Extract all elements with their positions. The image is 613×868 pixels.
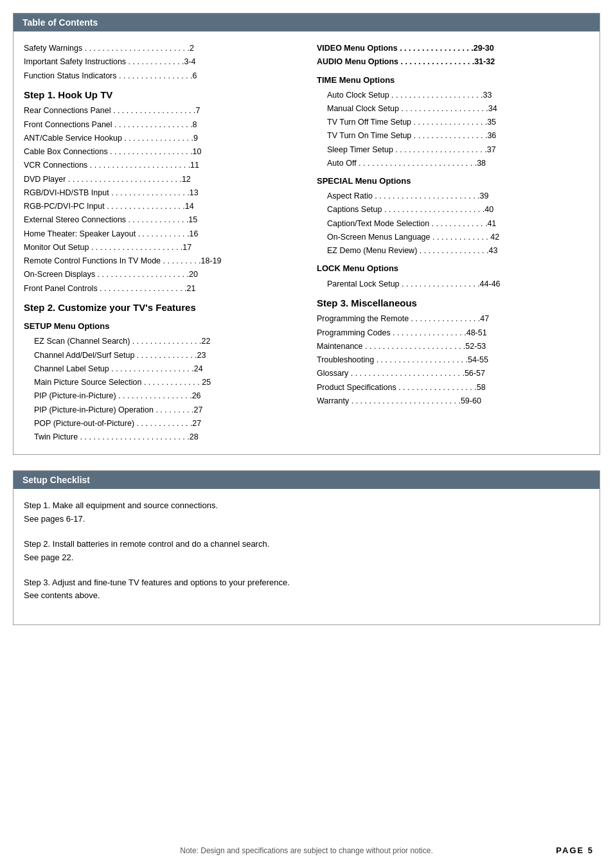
setup-checklist-container: Setup Checklist Step 1. Make all equipme…: [13, 470, 600, 625]
toc-entry: RGB-PC/DVI-PC Input . . . . . . . . . . …: [24, 200, 296, 213]
toc-entry: SPECIAL Menu Options: [317, 174, 589, 188]
toc-entry: Step 3. Miscellaneous: [317, 295, 589, 312]
toc-entry: Step 1. Hook Up TV: [24, 87, 296, 103]
toc-entry: Auto Clock Setup . . . . . . . . . . . .…: [317, 89, 589, 102]
toc-entry: Programming Codes . . . . . . . . . . . …: [317, 326, 589, 340]
toc-entry: Aspect Ratio . . . . . . . . . . . . . .…: [317, 190, 589, 203]
checklist-steps: Step 1. Make all equipment and source co…: [24, 499, 589, 603]
toc-entry: Troubleshooting . . . . . . . . . . . . …: [317, 353, 589, 367]
toc-entry: Channel Label Setup . . . . . . . . . . …: [24, 362, 296, 376]
toc-entry: Twin Picture . . . . . . . . . . . . . .…: [24, 430, 296, 444]
toc-entry: Function Status Indicators . . . . . . .…: [24, 69, 296, 83]
setup-checklist-header: Setup Checklist: [13, 471, 600, 489]
toc-entry: On-Screen Menus Language . . . . . . . .…: [317, 231, 589, 244]
toc-entry: Product Specifications . . . . . . . . .…: [317, 381, 589, 394]
toc-entry: Rear Connections Panel . . . . . . . . .…: [24, 104, 296, 118]
toc-entry: ANT/Cable Service Hookup . . . . . . . .…: [24, 132, 296, 145]
page-footer: Note: Design and specifications are subj…: [0, 846, 613, 855]
toc-entry: Safety Warnings . . . . . . . . . . . . …: [24, 42, 296, 55]
page: Table of Contents Safety Warnings . . . …: [0, 0, 613, 868]
toc-entry: LOCK Menu Options: [317, 261, 589, 276]
toc-columns: Safety Warnings . . . . . . . . . . . . …: [24, 42, 589, 444]
toc-entry: Front Connections Panel . . . . . . . . …: [24, 118, 296, 132]
toc-entry: TV Turn On Time Setup . . . . . . . . . …: [317, 129, 589, 143]
toc-entry: Home Theater: Speaker Layout . . . . . .…: [24, 227, 296, 241]
page-number: PAGE 5: [556, 846, 594, 855]
toc-entry: Step 2. Customize your TV's Features: [24, 299, 296, 316]
toc-entry: Front Panel Controls . . . . . . . . . .…: [24, 282, 296, 296]
toc-entry: Remote Control Functions In TV Mode . . …: [24, 254, 296, 268]
toc-entry: RGB/DVI-HD/STB Input . . . . . . . . . .…: [24, 186, 296, 200]
toc-header: Table of Contents: [13, 13, 600, 31]
footer-note: Note: Design and specifications are subj…: [180, 846, 433, 855]
toc-entry: AUDIO Menu Options . . . . . . . . . . .…: [317, 55, 589, 69]
toc-entry: POP (Picture-out-of-Picture) . . . . . .…: [24, 417, 296, 430]
toc-entry: Channel Add/Del/Surf Setup . . . . . . .…: [24, 349, 296, 362]
toc-entry: Main Picture Source Selection . . . . . …: [24, 376, 296, 389]
checklist-step: Step 1. Make all equipment and source co…: [24, 499, 589, 526]
toc-entry: Programming the Remote . . . . . . . . .…: [317, 312, 589, 326]
toc-entry: Warranty . . . . . . . . . . . . . . . .…: [317, 394, 589, 408]
toc-entry: VCR Connections . . . . . . . . . . . . …: [24, 159, 296, 172]
toc-entry: Auto Off . . . . . . . . . . . . . . . .…: [317, 157, 589, 170]
toc-entry: PIP (Picture-in-Picture) . . . . . . . .…: [24, 389, 296, 403]
toc-entry: Caption/Text Mode Selection . . . . . . …: [317, 217, 589, 231]
toc-entry: Cable Box Connections . . . . . . . . . …: [24, 145, 296, 159]
toc-entry: Captions Setup . . . . . . . . . . . . .…: [317, 203, 589, 217]
toc-entry: On-Screen Displays . . . . . . . . . . .…: [24, 268, 296, 281]
toc-entry: EZ Scan (Channel Search) . . . . . . . .…: [24, 335, 296, 348]
toc-entry: Glossary . . . . . . . . . . . . . . . .…: [317, 367, 589, 380]
toc-entry: Manual Clock Setup . . . . . . . . . . .…: [317, 102, 589, 116]
checklist-step: Step 2. Install batteries in remote cont…: [24, 538, 589, 565]
toc-right: VIDEO Menu Options . . . . . . . . . . .…: [317, 42, 589, 408]
toc-entry: TIME Menu Options: [317, 73, 589, 87]
toc-entry: Parental Lock Setup . . . . . . . . . . …: [317, 278, 589, 291]
toc-container: Table of Contents Safety Warnings . . . …: [13, 13, 600, 455]
toc-entry: TV Turn Off Time Setup . . . . . . . . .…: [317, 116, 589, 129]
toc-entry: External Stereo Connections . . . . . . …: [24, 213, 296, 227]
toc-entry: VIDEO Menu Options . . . . . . . . . . .…: [317, 42, 589, 55]
toc-entry: Monitor Out Setup . . . . . . . . . . . …: [24, 241, 296, 254]
toc-left: Safety Warnings . . . . . . . . . . . . …: [24, 42, 296, 444]
toc-entry: EZ Demo (Menu Review) . . . . . . . . . …: [317, 244, 589, 258]
toc-entry: Important Safety Instructions . . . . . …: [24, 55, 296, 69]
toc-entry: PIP (Picture-in-Picture) Operation . . .…: [24, 403, 296, 417]
toc-entry: DVD Player . . . . . . . . . . . . . . .…: [24, 173, 296, 186]
checklist-step: Step 3. Adjust and fine-tune TV features…: [24, 576, 589, 603]
toc-entry: Maintenance . . . . . . . . . . . . . . …: [317, 340, 589, 353]
toc-entry: SETUP Menu Options: [24, 319, 296, 333]
toc-entry: Sleep Timer Setup . . . . . . . . . . . …: [317, 143, 589, 157]
